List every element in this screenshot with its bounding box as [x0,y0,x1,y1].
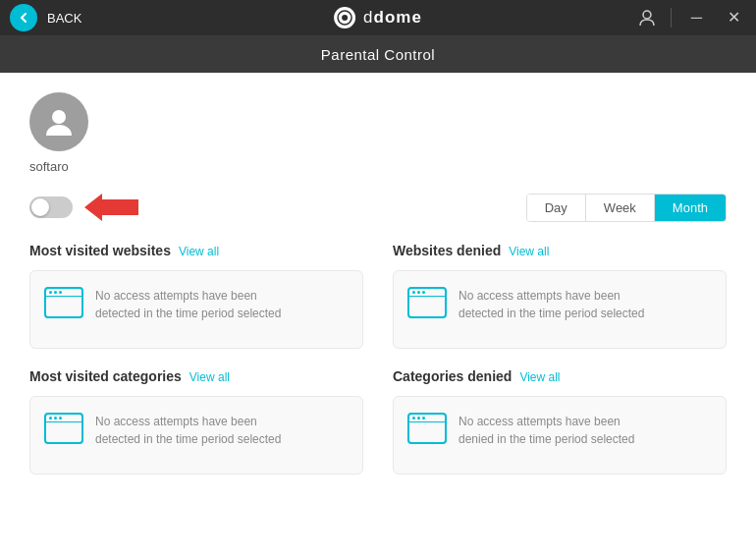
browser-body [409,422,445,442]
empty-text-line1: No access attempts have been [95,287,281,305]
browser-dot [412,291,415,294]
empty-text-line2: detected in the time period selected [95,430,281,448]
svg-point-1 [342,15,348,21]
empty-text-line1: No access attempts have been [459,287,644,305]
empty-text-line1: No access attempts have been [459,413,634,430]
empty-card: No access attempts have been detected in… [393,270,727,349]
logo-icon [334,7,355,28]
profile-section: softaro [29,92,727,174]
browser-dot [49,417,52,420]
browser-dot [417,417,420,420]
empty-card: No access attempts have been denied in t… [393,396,727,475]
section-header: Most visited categories View all [29,368,363,384]
section-title: Categories denied [393,368,512,384]
empty-message: No access attempts have been detected in… [95,287,281,322]
title-bar: BACK ddome ─ ✕ [0,0,756,35]
browser-body [409,297,445,316]
main-content: softaro Day Week Month [0,73,756,560]
logo-text: ddome [363,8,422,28]
view-all-link[interactable]: View all [179,245,219,258]
browser-dot [422,417,425,420]
title-bar-controls: ─ ✕ [637,8,746,28]
websites-denied-section: Websites denied View all No access attem… [393,243,727,349]
divider [671,8,672,28]
empty-message: No access attempts have been detected in… [95,413,281,448]
section-header: Most visited websites View all [29,243,363,258]
week-button[interactable]: Week [586,195,655,221]
svg-point-3 [52,110,66,124]
browser-icon [44,287,83,318]
most-visited-websites-section: Most visited websites View all No access… [29,243,363,349]
back-arrow-circle [10,4,37,31]
section-title: Most visited categories [29,368,182,384]
browser-dot [59,417,62,420]
empty-text-line2: denied in the time period selected [459,430,634,448]
page-title: Parental Control [321,46,435,63]
view-all-link[interactable]: View all [519,370,560,384]
profile-username: softaro [29,159,69,174]
browser-icon [44,413,83,444]
controls-row: Day Week Month [29,190,727,225]
empty-text-line2: detected in the time period selected [95,305,281,322]
svg-marker-4 [102,199,138,215]
browser-dot [412,417,415,420]
section-header: Categories denied View all [393,368,727,384]
empty-card: No access attempts have been detected in… [29,270,363,349]
parental-control-toggle[interactable] [29,196,73,218]
avatar [29,92,88,151]
browser-dot [422,291,425,294]
period-buttons: Day Week Month [526,194,727,222]
browser-icon [407,287,447,318]
minimize-button[interactable]: ─ [685,8,708,28]
browser-body [46,422,81,442]
back-button[interactable]: BACK [47,11,81,26]
browser-dot [54,291,57,294]
browser-dot [49,291,52,294]
view-all-link[interactable]: View all [189,370,230,384]
empty-card: No access attempts have been detected in… [29,396,363,475]
empty-text-line2: detected in the time period selected [459,305,644,322]
browser-icon [407,413,447,444]
month-button[interactable]: Month [655,195,726,221]
toggle-area [29,190,138,225]
section-header: Websites denied View all [393,243,727,258]
browser-dot [59,291,62,294]
section-title: Websites denied [393,243,501,258]
svg-point-2 [643,11,651,19]
toggle-knob [31,198,49,216]
logo: ddome [334,7,422,28]
svg-marker-5 [84,194,102,221]
categories-denied-section: Categories denied View all No access att… [393,368,727,475]
browser-dot [417,291,420,294]
red-arrow [84,190,138,225]
browser-dot [54,417,57,420]
empty-text-line1: No access attempts have been [95,413,281,430]
close-button[interactable]: ✕ [722,8,746,28]
view-all-link[interactable]: View all [509,245,549,258]
title-bar-left: BACK [10,4,81,31]
page-header: Parental Control [0,35,756,73]
empty-message: No access attempts have been detected in… [459,287,644,322]
empty-message: No access attempts have been denied in t… [459,413,634,448]
browser-body [46,297,81,316]
day-button[interactable]: Day [527,195,586,221]
section-title: Most visited websites [29,243,171,258]
sections-grid: Most visited websites View all No access… [29,243,727,475]
most-visited-categories-section: Most visited categories View all No acce… [29,368,363,475]
user-icon-button[interactable] [637,8,657,28]
